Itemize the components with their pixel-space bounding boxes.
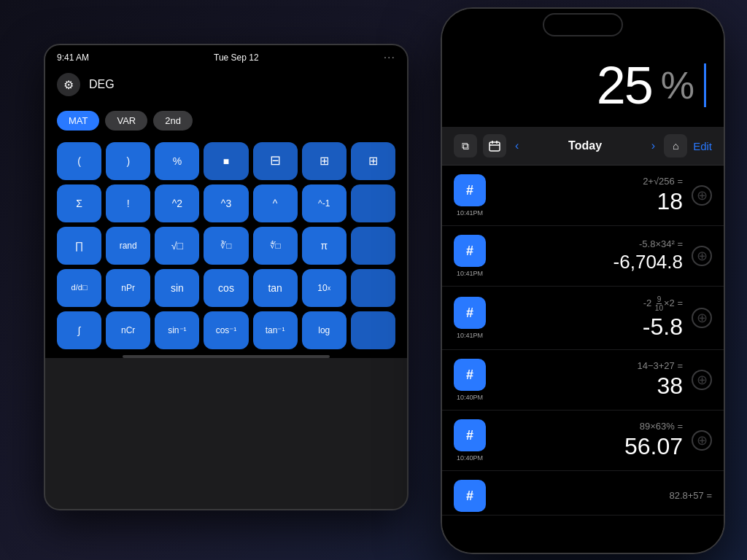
history-expr: 2+√256 = [495,176,683,187]
history-content: 2+√256 = 18 [495,176,683,215]
history-content: -2 910×2 = -5.8 [495,295,683,341]
ipad-time: 9:41 AM [57,52,89,63]
paren-open-button[interactable]: ( [57,142,101,180]
history-content: -5.8×34² = -6,704.8 [495,238,683,273]
placeholder-btn1[interactable] [351,184,395,222]
grid-button[interactable]: ⊞ [351,142,395,180]
integral-button[interactable]: ∫ [57,311,101,349]
square-button[interactable]: ■ [204,142,248,180]
history-add-button[interactable]: ⊕ [692,185,712,206]
history-tag[interactable]: # [454,480,486,512]
iphone-device: 25% ⧉ ‹ Today › ⌂ Edit [441,7,725,554]
pi-const-button[interactable]: π [302,227,347,265]
scene: 9:41 AM Tue Sep 12 ··· ⚙ DEG MAT VAR 2nd… [0,0,747,560]
cbrt-button[interactable]: ∛□ [204,227,248,265]
factorial-button[interactable]: ! [106,184,150,222]
placeholder-btn2[interactable] [351,227,395,265]
power-button[interactable]: ^ [253,184,298,222]
iphone-display: 25% ⧉ ‹ Today › ⌂ Edit [442,9,724,553]
history-item: # 10:40PM 89×63% = 56.07 ⊕ [442,411,724,471]
percent-button[interactable]: % [155,142,199,180]
history-tag-wrap: # 10:40PM [454,359,486,401]
frac-button[interactable]: ⊟ [253,142,298,180]
dynamic-island-area [442,9,724,41]
placeholder-btn4[interactable] [351,311,395,349]
mixed-frac-button[interactable]: ⊞ [302,142,347,180]
ten-power-button[interactable]: 10x [302,269,347,307]
var-mode-button[interactable]: VAR [105,111,147,131]
ipad-header: ⚙ DEG [45,67,407,102]
sqrt-button[interactable]: √□ [155,227,199,265]
derivative-button[interactable]: d/d□ [57,269,101,307]
history-expr: 82.8+57 = [495,490,712,501]
arctan-button[interactable]: tan⁻¹ [253,311,298,349]
dynamic-island [543,13,623,36]
fourth-root-button[interactable]: ∜□ [253,227,298,265]
ipad-status-icons: ··· [384,51,395,64]
history-tag-wrap: # 10:40PM [454,419,486,462]
rand-button[interactable]: rand [106,227,150,265]
result-value-row: 25% [460,55,706,115]
home-icon[interactable]: ⌂ [664,134,687,158]
edit-button[interactable]: Edit [693,140,712,152]
history-nav-title: Today [527,139,642,152]
history-tag-time: 10:41PM [457,209,483,217]
cube-exp-button[interactable]: ^3 [204,184,248,222]
history-tag[interactable]: # [454,235,486,267]
square-exp-button[interactable]: ^2 [155,184,199,222]
ipad-date: Tue Sep 12 [214,52,259,63]
history-tag-wrap: # [454,480,486,512]
cos-button[interactable]: cos [204,269,248,307]
inverse-button[interactable]: ^-1 [302,184,347,222]
history-add-button[interactable]: ⊕ [692,370,712,390]
calc-mode-row: MAT VAR 2nd [54,111,398,131]
copy-icon[interactable]: ⧉ [454,134,477,158]
log-button[interactable]: log [302,311,347,349]
ipad-device: 9:41 AM Tue Sep 12 ··· ⚙ DEG MAT VAR 2nd… [44,44,409,510]
sigma-button[interactable]: Σ [57,184,101,222]
history-item: # 10:41PM -5.8×34² = -6,704.8 ⊕ [442,226,724,287]
mat-mode-button[interactable]: MAT [57,111,99,131]
history-tag[interactable]: # [454,297,486,329]
history-content: 82.8+57 = [495,490,712,502]
forward-chevron-icon[interactable]: › [649,139,658,152]
tan-button[interactable]: tan [253,269,298,307]
history-add-button[interactable]: ⊕ [692,430,712,451]
history-tag-wrap: # 10:41PM [454,297,486,339]
settings-button[interactable]: ⚙ [57,73,80,96]
history-result: 18 [495,188,683,215]
npr-button[interactable]: nPr [106,269,150,307]
history-nav-bar: ⧉ ‹ Today › ⌂ Edit [442,127,724,166]
back-chevron-icon[interactable]: ‹ [512,139,522,152]
history-tag-wrap: # 10:41PM [454,174,486,217]
history-content: 89×63% = 56.07 [495,421,683,460]
ipad-status-bar: 9:41 AM Tue Sep 12 ··· [45,45,407,67]
history-item: # 10:41PM -2 910×2 = -5.8 ⊕ [442,287,724,350]
history-result: -5.8 [495,314,683,341]
history-result: 56.07 [495,433,683,460]
placeholder-btn3[interactable] [351,269,395,307]
arcsin-button[interactable]: sin⁻¹ [155,311,199,349]
history-add-button[interactable]: ⊕ [692,246,712,266]
calendar-icon[interactable] [483,134,506,158]
sin-button[interactable]: sin [155,269,199,307]
history-tag[interactable]: # [454,359,486,391]
history-content: 14−3+27 = 38 [495,360,683,400]
arccos-button[interactable]: cos⁻¹ [204,311,248,349]
history-tag[interactable]: # [454,174,486,206]
history-tag-time: 10:40PM [457,454,483,462]
svg-rect-0 [489,142,500,151]
history-expr: -2 910×2 = [495,295,683,312]
paren-close-button[interactable]: ) [106,142,150,180]
history-tag-time: 10:41PM [457,270,483,277]
history-tag[interactable]: # [454,419,486,451]
pi-button[interactable]: ∏ [57,227,101,265]
history-item: # 10:41PM 2+√256 = 18 ⊕ [442,166,724,226]
history-add-button[interactable]: ⊕ [692,308,712,328]
2nd-mode-button[interactable]: 2nd [153,111,193,131]
result-number: 25 [597,55,652,115]
calculator-grid: ( ) % ■ ⊟ ⊞ ⊞ Σ ! ^2 ^3 ^ ^-1 ∏ rand √□ … [54,142,398,349]
ncr-button[interactable]: nCr [106,311,150,349]
history-result: 38 [495,373,683,400]
history-expr: -5.8×34² = [495,238,683,249]
